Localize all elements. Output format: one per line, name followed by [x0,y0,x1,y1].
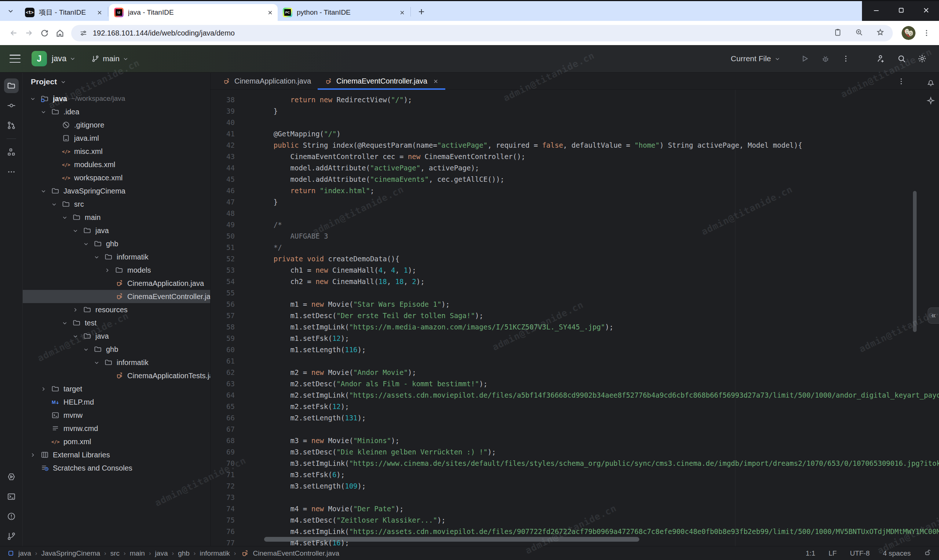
line-number[interactable]: 76 [211,526,235,537]
tree-item-java[interactable]: java [23,224,210,237]
tab-search-button[interactable] [5,5,17,17]
tree-item--idea[interactable]: .idea [23,105,210,118]
code-line-70[interactable]: 70 m3.setImgLink("https://www.cinema.de/… [211,458,939,469]
search-everywhere-button[interactable] [894,51,909,66]
vcs-branch-widget[interactable]: main [91,54,129,63]
line-number[interactable]: 66 [211,412,235,424]
chevron-down-icon[interactable] [81,345,91,354]
breadcrumb-item[interactable]: JavaSpringCinema [42,549,100,557]
tree-item-main[interactable]: main [23,211,210,224]
line-number[interactable]: 43 [211,151,235,162]
tree-item-models[interactable]: models [23,263,210,277]
chevron-down-icon[interactable] [92,358,101,367]
code-line-57[interactable]: 57 m1.setDesc("Der erste Teil der tollen… [211,310,939,322]
tree-item-scratches-and-consoles[interactable]: Scratches and Consoles [23,462,210,475]
code-line-74[interactable]: 74 m4 = new Movie("Der Pate"); [211,503,939,515]
code-line-45[interactable]: 45 model.addAttribute("cinemaEvents", ce… [211,174,939,185]
forward-button[interactable] [21,25,37,41]
line-number[interactable]: 69 [211,446,235,458]
code-line-64[interactable]: 64 m2.setImgLink("https://assets.cdn.mov… [211,389,939,401]
code-line-47[interactable]: 47 } [211,197,939,208]
line-number[interactable]: 61 [211,355,235,367]
tree-item-cinemaapplicationtests-java[interactable]: CinemaApplicationTests.java [23,369,210,382]
clipboard-icon[interactable] [833,28,842,38]
code-line-39[interactable]: 39 } [211,106,939,117]
tree-item-java-iml[interactable]: java.iml [23,132,210,145]
address-bar[interactable]: 192.168.101.144/ide/web/coding/java/demo [71,25,893,42]
terminal-tool-button[interactable] [4,489,19,504]
code-line-44[interactable]: 44 model.addAttribute("activePage", acti… [211,162,939,174]
tree-item-external-libraries[interactable]: External Libraries [23,448,210,462]
code-line-61[interactable]: 61 [211,355,939,367]
line-number[interactable]: 72 [211,480,235,492]
code-line-65[interactable]: 65 m2.setFsk(12); [211,401,939,412]
code-line-54[interactable]: 54 ch2 = new CinemaHall(18, 18, 2); [211,276,939,287]
tree-item-informatik[interactable]: informatik [23,356,210,369]
code-line-55[interactable]: 55 [211,287,939,299]
code-with-me-button[interactable] [874,51,888,66]
chevron-right-icon[interactable] [39,384,48,394]
line-number[interactable]: 71 [211,469,235,480]
indent-style[interactable]: 4 spaces [883,549,911,557]
line-number[interactable]: 74 [211,503,235,515]
breadcrumb-item[interactable]: CinemaEventController.java [253,549,340,557]
tree-item-cinemaapplication-java[interactable]: CinemaApplication.java [23,277,210,290]
new-tab-button[interactable] [415,6,428,18]
line-number[interactable]: 58 [211,322,235,333]
tab-close-icon[interactable] [399,9,405,16]
code-line-69[interactable]: 69 m3.setDesc("Die kleinen gelben Verrüc… [211,446,939,458]
line-number[interactable]: 54 [211,276,235,287]
breadcrumb-item[interactable]: ghb [178,549,190,557]
line-number[interactable]: 55 [211,287,235,299]
tree-item-informatik[interactable]: informatik [23,250,210,263]
vertical-scrollbar[interactable] [913,191,917,332]
line-number[interactable]: 67 [211,424,235,435]
ai-assistant-button[interactable] [926,96,935,107]
line-number[interactable]: 41 [211,128,235,140]
chevron-down-icon[interactable] [39,186,48,196]
code-line-51[interactable]: 51 */ [211,242,939,253]
window-maximize-button[interactable] [897,6,905,16]
settings-button[interactable] [915,51,930,66]
code-line-38[interactable]: 38 return new RedirectView("/"); [211,94,939,106]
chevron-right-icon[interactable] [102,265,112,275]
line-number[interactable]: 68 [211,435,235,446]
problems-tool-button[interactable] [4,509,19,524]
line-number[interactable]: 75 [211,515,235,526]
tree-item-pom-xml[interactable]: </>pom.xml [23,435,210,448]
tree-item-ghb[interactable]: ghb [23,237,210,250]
line-number[interactable]: 57 [211,310,235,322]
more-actions-icon[interactable] [839,51,853,66]
breadcrumb-item[interactable]: informatik [200,549,230,557]
chevron-down-icon[interactable] [60,318,69,328]
chevron-down-icon[interactable] [39,107,48,117]
line-number[interactable]: 44 [211,162,235,174]
line-number[interactable]: 63 [211,378,235,389]
code-line-62[interactable]: 62 m2 = new Movie("Andor Movie"); [211,367,939,378]
code-line-63[interactable]: 63 m2.setDesc("Andor als Film - kommt be… [211,378,939,389]
code-line-71[interactable]: 71 m3.setFsk(6); [211,469,939,480]
code-line-72[interactable]: 72 m3.setLength(109); [211,480,939,492]
line-number[interactable]: 52 [211,253,235,265]
lock-open-icon[interactable] [924,549,932,558]
code-line-75[interactable]: 75 m4.setDesc("Zeitloser Klassiker..."); [211,515,939,526]
line-number[interactable]: 59 [211,333,235,344]
home-button[interactable] [52,25,68,41]
code-line-48[interactable]: 48 [211,208,939,219]
code-line-68[interactable]: 68 m3 = new Movie("Minions"); [211,435,939,446]
chevron-right-icon[interactable] [28,450,37,460]
window-minimize-button[interactable] [872,6,880,16]
line-separator[interactable]: LF [829,549,837,557]
editor-tab-cinemaapplication[interactable]: CinemaApplication.java [216,73,318,89]
code-line-49[interactable]: 49 /* [211,219,939,231]
bookmark-star-icon[interactable] [876,28,885,38]
line-number[interactable]: 42 [211,140,235,151]
chevron-down-icon[interactable] [92,252,101,262]
tree-item-misc-xml[interactable]: </>misc.xml [23,145,210,158]
chevron-down-icon[interactable] [49,199,59,209]
code-line-53[interactable]: 53 ch1 = new CinemaHall(4, 4, 1); [211,265,939,276]
project-avatar[interactable]: J [32,51,47,66]
line-number[interactable]: 73 [211,492,235,503]
main-menu-icon[interactable] [9,55,20,63]
line-number[interactable]: 47 [211,197,235,208]
